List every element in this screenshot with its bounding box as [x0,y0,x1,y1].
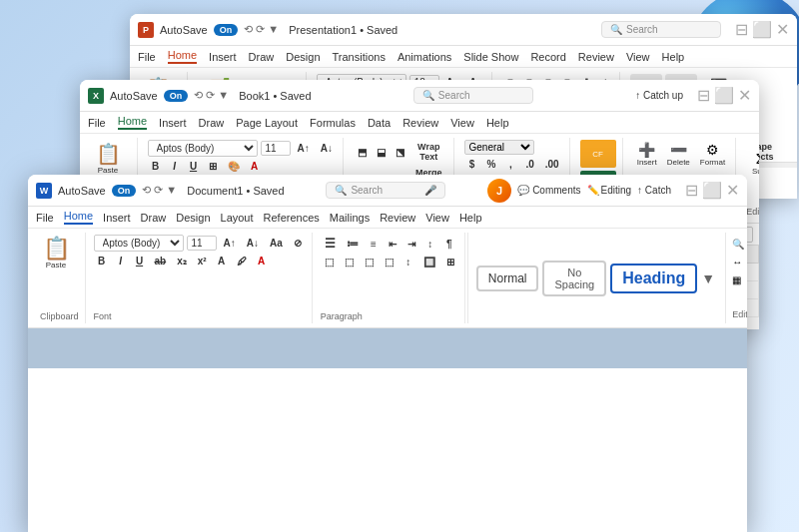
wd-menu-file[interactable]: File [36,212,54,224]
wd-catch-up[interactable]: ↑ Catch [637,185,671,196]
wd-style-no-spacing[interactable]: No Spacing [542,261,606,296]
wd-menu-review[interactable]: Review [380,212,415,224]
wd-align-left[interactable]: ⬚ [321,255,338,269]
wd-align-right[interactable]: ⬚ [361,255,378,269]
ppt-menu-slideshow[interactable]: Slide Show [463,51,518,63]
xl-align-left[interactable]: ⬒ [354,145,370,160]
xl-font-color[interactable]: A [247,159,263,174]
wd-change-case[interactable]: Aa [266,236,287,251]
xl-menu-insert[interactable]: Insert [159,117,187,129]
xl-menu-home[interactable]: Home [118,115,147,130]
xl-search-box[interactable]: 🔍 Search [413,87,533,104]
wd-increase-font[interactable]: A↑ [220,236,240,251]
wd-indent-less[interactable]: ⇤ [385,237,400,252]
wd-italic[interactable]: I [113,254,129,268]
wd-style-heading[interactable]: Heading [610,264,697,293]
wd-menu-insert[interactable]: Insert [103,212,131,224]
ppt-autosave-toggle[interactable]: On [214,24,239,36]
xl-menu-data[interactable]: Data [368,117,391,129]
xl-currency[interactable]: $ [464,157,480,172]
ppt-menu-review[interactable]: Review [578,51,614,63]
wd-superscript[interactable]: x² [194,254,211,268]
wd-menu-home[interactable]: Home [64,210,93,225]
wd-search-box[interactable]: 🔍 Search 🎤 [326,182,445,199]
xl-fill-color[interactable]: 🎨 [224,159,244,174]
xl-font-selector[interactable]: Aptos (Body) [148,140,258,157]
wd-sort[interactable]: ↕ [422,237,438,252]
xl-format-button[interactable]: ⚙ Format [696,140,729,169]
wd-font-color[interactable]: A [254,254,270,268]
xl-increase-decimal[interactable]: .0 [521,157,537,172]
wd-font-size[interactable] [187,236,217,251]
xl-autosave-toggle[interactable]: On [164,90,189,102]
wd-bullets[interactable]: ☰ [321,235,340,253]
wd-shading[interactable]: 🔲 [419,255,439,269]
ppt-menu-home[interactable]: Home [168,49,197,64]
ppt-menu-animations[interactable]: Animations [398,51,451,63]
ppt-menu-draw[interactable]: Draw [249,51,275,63]
xl-decrease-font[interactable]: A↓ [317,141,337,156]
xl-font-size[interactable] [261,141,291,156]
wd-justify[interactable]: ⬚ [381,255,398,269]
wd-numbering[interactable]: ≔ [343,235,363,253]
xl-percent[interactable]: % [483,157,500,172]
wd-menu-mailings[interactable]: Mailings [330,212,370,224]
wd-text-effects[interactable]: A [214,254,230,268]
wd-bold[interactable]: B [94,254,110,268]
ppt-menu-record[interactable]: Record [530,51,565,63]
xl-menu-pagelayout[interactable]: Page Layout [236,117,298,129]
wd-menu-layout[interactable]: Layout [221,212,254,224]
wd-strikethrough[interactable]: ab [151,254,171,268]
xl-delete-button[interactable]: ➖ Delete [663,140,694,169]
wd-editing-button[interactable]: ✏️ Editing [587,185,632,196]
wd-paste-button[interactable]: 📋 Paste [40,235,72,271]
wd-underline[interactable]: U [132,254,148,268]
xl-menu-formulas[interactable]: Formulas [310,117,356,129]
ppt-menu-file[interactable]: File [138,51,156,63]
wd-align-center[interactable]: ⬚ [341,255,358,269]
xl-align-center[interactable]: ⬓ [373,145,389,160]
xl-align-right[interactable]: ⬔ [392,145,407,160]
wd-styles-scroll-down[interactable]: ▼ [701,270,715,286]
xl-menu-draw[interactable]: Draw [199,117,225,129]
xl-wrap-text[interactable]: Wrap Text [410,140,447,164]
wd-replace-button[interactable]: Replace [745,255,747,268]
wd-select-button[interactable]: Select [744,272,747,286]
wd-decrease-font[interactable]: A↓ [243,236,263,251]
wd-highlight[interactable]: 🖊 [233,254,251,268]
xl-catch-up[interactable]: ↑ Catch up [635,90,683,101]
xl-menu-view[interactable]: View [450,117,474,129]
xl-insert-button[interactable]: ➕ Insert [633,140,661,169]
xl-bold[interactable]: B [148,159,164,174]
wd-clear-format[interactable]: ⊘ [290,236,306,251]
ppt-menu-transitions[interactable]: Transitions [333,51,386,63]
wd-show-para[interactable]: ¶ [441,237,457,252]
xl-comma[interactable]: , [502,157,518,172]
xl-sum-button[interactable]: Σ Sum [746,149,759,178]
wd-font-selector[interactable]: Aptos (Body) [94,235,184,252]
wd-menu-view[interactable]: View [425,212,449,224]
xl-number-format[interactable]: General [464,140,534,155]
xl-menu-help[interactable]: Help [486,117,509,129]
wd-indent-more[interactable]: ⇥ [403,237,419,252]
xl-increase-font[interactable]: A↑ [294,141,314,156]
wd-border[interactable]: ⊞ [442,255,458,269]
xl-menu-file[interactable]: File [88,117,106,129]
xl-conditional-formatting[interactable]: CF [580,140,616,168]
ppt-search-box[interactable]: 🔍 Search [601,21,721,38]
xl-menu-review[interactable]: Review [402,117,438,129]
wd-menu-help[interactable]: Help [459,212,482,224]
wd-subscript[interactable]: x₂ [173,254,191,268]
xl-paste-button[interactable]: 📋 Paste [92,140,124,177]
xl-italic[interactable]: I [167,159,183,174]
wd-comments-button[interactable]: 💬 Comments [517,185,580,196]
ppt-menu-insert[interactable]: Insert [209,51,237,63]
ppt-menu-help[interactable]: Help [662,51,685,63]
ppt-menu-design[interactable]: Design [286,51,320,63]
wd-line-spacing[interactable]: ↕ [400,255,416,269]
wd-menu-references[interactable]: References [264,212,320,224]
ppt-menu-view[interactable]: View [626,51,650,63]
wd-menu-draw[interactable]: Draw [141,212,167,224]
wd-multilevel-list[interactable]: ≡ [366,237,382,252]
xl-border[interactable]: ⊞ [205,159,221,174]
